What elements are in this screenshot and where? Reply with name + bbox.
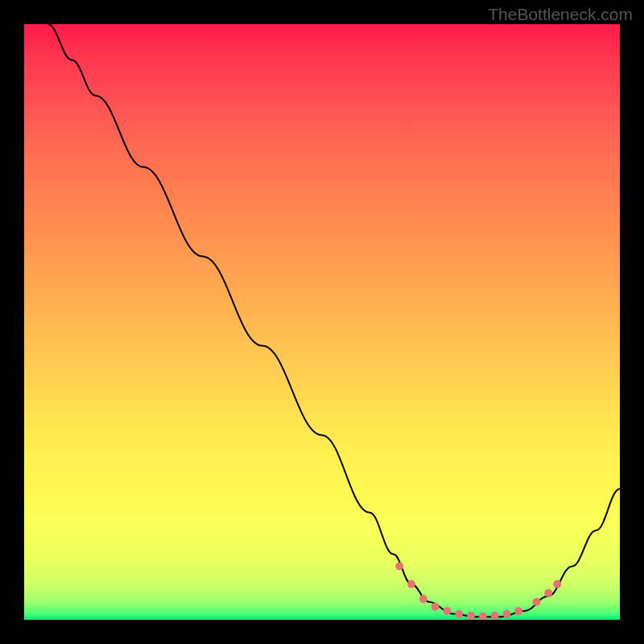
curve-marker: [479, 613, 487, 620]
curve-marker: [395, 562, 403, 570]
curve-marker: [431, 603, 440, 611]
curve-marker: [532, 598, 540, 606]
curve-marker: [467, 612, 475, 620]
curve-marker: [407, 580, 415, 588]
curve-marker: [514, 607, 522, 615]
curve-svg: [24, 24, 620, 620]
curve-marker: [419, 595, 427, 603]
curve-marker: [502, 610, 510, 618]
attribution-text: TheBottleneck.com: [488, 5, 633, 24]
curve-marker: [553, 580, 561, 588]
plot-area: [24, 24, 620, 620]
bottleneck-curve: [48, 24, 620, 617]
curve-marker: [491, 612, 499, 620]
curve-marker: [455, 610, 463, 618]
curve-markers: [395, 562, 561, 620]
curve-marker: [544, 589, 552, 597]
curve-marker: [443, 607, 451, 615]
